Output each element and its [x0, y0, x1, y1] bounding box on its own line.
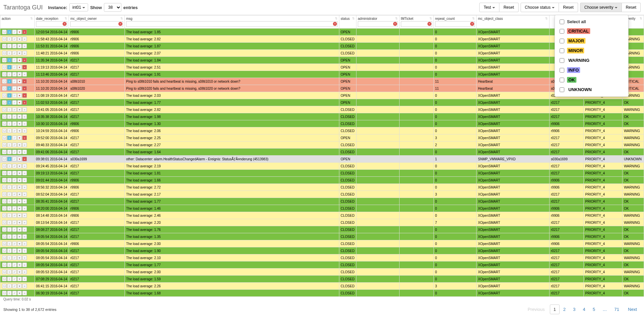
table-row[interactable]: ☐i✓▾×11:10:20 2016-04-14s08ti1020Ping to…: [0, 85, 644, 92]
select-row-icon[interactable]: ☐: [2, 185, 7, 190]
select-row-icon[interactable]: ☐: [2, 291, 7, 295]
select-row-icon[interactable]: ☐: [2, 86, 7, 91]
ack-icon[interactable]: ✓: [12, 213, 17, 218]
ack-icon[interactable]: ✓: [12, 107, 17, 112]
ack-icon[interactable]: ✓: [12, 150, 17, 154]
ack-icon[interactable]: ✓: [12, 157, 17, 161]
sort-icon[interactable]: [335, 17, 338, 20]
select-row-icon[interactable]: ☐: [2, 135, 7, 140]
info-icon[interactable]: i: [7, 192, 12, 197]
table-row[interactable]: ☐i✓▾×06:41:15 2016-04-14r0217The load av…: [0, 283, 644, 290]
close-icon[interactable]: ×: [22, 86, 27, 91]
table-row[interactable]: ☐i✓▾×08:52:04 2016-04-14r0217The load av…: [0, 191, 644, 198]
table-row[interactable]: ☐i✓▾×11:19:13 2016-04-14r0217The load av…: [0, 64, 644, 71]
page-previous[interactable]: Previous: [524, 304, 548, 314]
select-row-icon[interactable]: ☐: [2, 58, 7, 63]
select-row-icon[interactable]: ☐: [2, 270, 7, 274]
table-row[interactable]: ☐i✓▾×09:19:13 2016-04-14r0217The load av…: [0, 170, 644, 177]
page-4[interactable]: 4: [579, 304, 589, 314]
close-icon[interactable]: ×: [22, 58, 27, 63]
severity-option-info[interactable]: INFO: [555, 65, 628, 75]
info-icon[interactable]: i: [7, 150, 12, 154]
close-icon[interactable]: ×: [22, 135, 27, 140]
select-row-icon[interactable]: ☐: [2, 150, 7, 154]
select-row-icon[interactable]: ☐: [2, 100, 7, 105]
select-row-icon[interactable]: ☐: [2, 142, 7, 147]
table-row[interactable]: ☐i✓▾×11:08:19 2016-04-14r0217The load av…: [0, 92, 644, 99]
close-icon[interactable]: ×: [22, 199, 27, 204]
filter-icon[interactable]: ▾: [17, 199, 22, 204]
ack-icon[interactable]: ✓: [12, 93, 17, 98]
test-button[interactable]: Test: [479, 3, 499, 12]
filter-icon[interactable]: ▾: [17, 30, 22, 34]
entries-select[interactable]: 38: [104, 3, 121, 12]
filter-icon[interactable]: ▾: [17, 79, 22, 84]
filter-icon[interactable]: ▾: [17, 135, 22, 140]
table-row[interactable]: ☐i✓▾×11:35:34 2016-04-14r0217The load av…: [0, 57, 644, 64]
ack-icon[interactable]: ✓: [12, 37, 17, 41]
choose-severity-button[interactable]: Choose severity: [580, 3, 622, 12]
reset-status-button[interactable]: Reset: [559, 3, 578, 12]
info-icon[interactable]: i: [7, 185, 12, 190]
table-row[interactable]: ☐i✓▾×08:14:48 2016-04-14r9906The load av…: [0, 212, 644, 219]
clear-filter-icon[interactable]: ×: [118, 22, 122, 26]
select-row-icon[interactable]: ☐: [2, 255, 7, 260]
filter-icon[interactable]: ▾: [17, 277, 22, 281]
close-icon[interactable]: ×: [22, 51, 27, 55]
filter-icon[interactable]: ▾: [17, 37, 22, 41]
close-icon[interactable]: ×: [22, 128, 27, 133]
ack-icon[interactable]: ✓: [12, 44, 17, 48]
sort-icon[interactable]: [472, 17, 475, 20]
ack-icon[interactable]: ✓: [12, 142, 17, 147]
clear-filter-icon[interactable]: ×: [393, 22, 397, 26]
close-icon[interactable]: ×: [22, 65, 27, 70]
close-icon[interactable]: ×: [22, 248, 27, 253]
filter-icon[interactable]: ▾: [17, 72, 22, 77]
select-row-icon[interactable]: ☐: [2, 178, 7, 182]
filter-icon[interactable]: ▾: [17, 114, 22, 119]
filter-icon[interactable]: ▾: [17, 86, 22, 91]
ack-icon[interactable]: ✓: [12, 114, 17, 119]
table-row[interactable]: ☐i✓▾×09:41:06 2016-04-14r0217The load av…: [0, 149, 644, 156]
instance-select[interactable]: int01: [69, 3, 88, 11]
col-status[interactable]: status: [339, 15, 356, 29]
info-icon[interactable]: i: [7, 164, 12, 168]
info-icon[interactable]: i: [7, 135, 12, 140]
table-row[interactable]: ☐i✓▾×08:05:54 2016-04-14r0217The load av…: [0, 254, 644, 261]
severity-checkbox-major[interactable]: [560, 39, 564, 43]
severity-option-unknown[interactable]: UNKNOWN: [555, 85, 628, 94]
info-icon[interactable]: i: [7, 277, 12, 281]
filter-icon[interactable]: ▾: [17, 164, 22, 168]
ack-icon[interactable]: ✓: [12, 65, 17, 70]
ack-icon[interactable]: ✓: [12, 255, 17, 260]
ack-icon[interactable]: ✓: [12, 284, 17, 288]
select-row-icon[interactable]: ☐: [2, 227, 7, 232]
close-icon[interactable]: ×: [22, 291, 27, 295]
severity-checkbox-info[interactable]: [560, 68, 564, 73]
ack-icon[interactable]: ✓: [12, 135, 17, 140]
filter-icon[interactable]: ▾: [17, 51, 22, 55]
filter-icon[interactable]: ▾: [17, 262, 22, 267]
close-icon[interactable]: ×: [22, 234, 27, 239]
table-row[interactable]: ☐i✓▾×08:20:00 2016-04-14r9906The load av…: [0, 205, 644, 212]
info-icon[interactable]: i: [7, 51, 12, 55]
select-row-icon[interactable]: ☐: [2, 65, 7, 70]
filter-icon[interactable]: ▾: [17, 128, 22, 133]
info-icon[interactable]: i: [7, 65, 12, 70]
severity-checkbox-minor[interactable]: [560, 48, 564, 53]
filter-icon[interactable]: ▾: [17, 65, 22, 70]
close-icon[interactable]: ×: [22, 107, 27, 112]
filter-mc_object_owner[interactable]: [70, 21, 123, 27]
severity-option-ok[interactable]: OK: [555, 75, 628, 85]
select-row-icon[interactable]: ☐: [2, 157, 7, 161]
info-icon[interactable]: i: [7, 213, 12, 218]
info-icon[interactable]: i: [7, 93, 12, 98]
table-row[interactable]: ☐i✓▾×12:03:54 2016-04-14r9906The load av…: [0, 29, 644, 36]
filter-icon[interactable]: ▾: [17, 234, 22, 239]
info-icon[interactable]: i: [7, 121, 12, 126]
col-mc_object_class[interactable]: mc_object_class: [477, 15, 550, 29]
col-action[interactable]: action: [0, 15, 35, 29]
filter-icon[interactable]: ▾: [17, 248, 22, 253]
select-row-icon[interactable]: ☐: [2, 277, 7, 281]
select-row-icon[interactable]: ☐: [2, 107, 7, 112]
